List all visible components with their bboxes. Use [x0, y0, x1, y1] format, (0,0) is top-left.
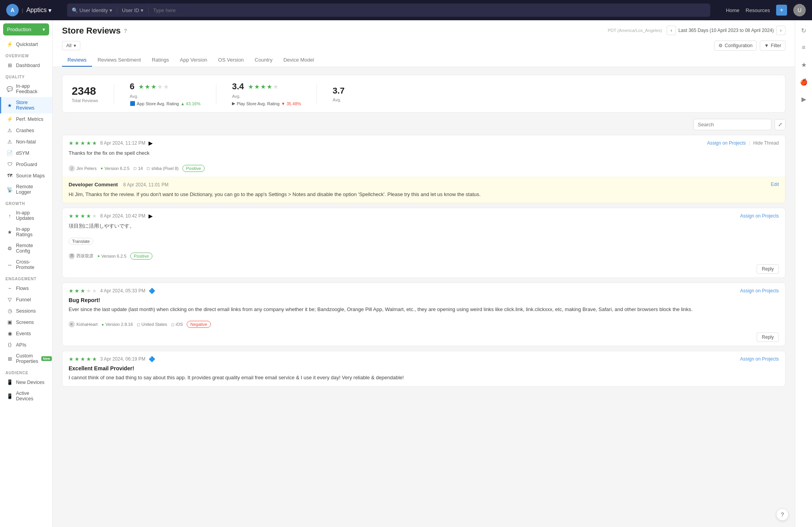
date-prev-button[interactable]: ‹ [667, 26, 676, 35]
review-text: Ever since the last update (last month) … [69, 306, 779, 313]
total-reviews-number: 2348 [72, 85, 98, 97]
appstore-icon: 🔷 [149, 288, 155, 294]
filter-button[interactable]: ▼ Filter [760, 41, 785, 51]
filter-dropdown[interactable]: All ▾ [62, 41, 80, 50]
search-icon: 🔍 [72, 7, 78, 13]
review-card: ★ ★ ★ ★ ★ 4 Apr 2024, 05:33 PM 🔷 Assign … [62, 283, 785, 347]
reply-button[interactable]: Reply [757, 332, 779, 342]
sidebar-item-custom-properties[interactable]: ⊞ Custom Properties New [0, 350, 52, 367]
reply-button[interactable]: Reply [757, 264, 779, 274]
topbar-right: Home Resources + U [726, 4, 806, 16]
env-selector[interactable]: Production ▾ [3, 23, 49, 35]
avatar[interactable]: U [793, 4, 806, 16]
tab-country[interactable]: Country [249, 54, 278, 67]
sidebar-item-remote-logger[interactable]: 📡 Remote Logger [0, 181, 52, 198]
tab-os-version[interactable]: OS Version [213, 54, 249, 67]
events-icon: ◉ [7, 331, 13, 336]
sidebar-item-proguard[interactable]: 🛡 ProGuard [0, 159, 52, 170]
assign-projects-link[interactable]: Assign on Projects [707, 140, 746, 146]
sidebar-item-inapp-feedback[interactable]: 💬 In-app Feedback [0, 81, 52, 97]
sidebar-item-apis[interactable]: ⟨⟩ APIs [0, 339, 52, 350]
review-header-left: ★ ★ ★ ★ ★ 8 Apr 2024, 10:42 PM ▶ [69, 213, 153, 219]
apis-icon: ⟨⟩ [7, 342, 13, 348]
logo: A [6, 4, 19, 16]
date-next-button[interactable]: › [776, 26, 785, 35]
tab-reviews-sentiment[interactable]: Reviews Sentiment [92, 54, 146, 67]
refresh-icon[interactable]: ↻ [798, 25, 809, 36]
add-button[interactable]: + [776, 5, 787, 16]
search-type-dropdown[interactable]: 🔍 User Identity ▾ [67, 7, 117, 13]
review-header-right: Assign on Projects [740, 356, 779, 362]
reviewer-name: 西 西坂龍彦 [69, 253, 94, 259]
star-icon[interactable]: ★ [798, 59, 809, 70]
sidebar-item-quickstart[interactable]: ⚡ Quickstart [0, 39, 52, 50]
dev-comment-text: Hi Jim, Thanks for the review. If you do… [69, 191, 779, 198]
tab-reviews[interactable]: Reviews [62, 54, 92, 67]
search-filter-dropdown[interactable]: User ID ▾ [117, 7, 149, 13]
app-name[interactable]: Apptics ▾ [26, 7, 51, 14]
review-stars: ★ ★ ★ ★ ★ [69, 356, 97, 362]
device-info: ◻ shiba (Pixel 8) [147, 166, 179, 171]
review-body: Thanks for the fix on the spell check [62, 149, 785, 162]
remote-config-icon: ⚙ [7, 246, 13, 251]
expand-button[interactable]: ⤢ [775, 119, 785, 130]
reviews-search-input[interactable] [693, 119, 771, 130]
translate-tag[interactable]: Translate [69, 238, 93, 245]
sidebar-item-remote-config[interactable]: ⚙ Remote Config [0, 240, 52, 256]
sidebar-item-source-maps[interactable]: 🗺 Source Maps [0, 170, 52, 181]
overall-avg-stat: 3.7 Avg. [333, 86, 345, 102]
help-button[interactable]: ? [776, 508, 789, 521]
nav-resources[interactable]: Resources [746, 7, 770, 13]
play-star-5: ★ [273, 83, 278, 90]
configuration-button[interactable]: ⚙ Configuration [714, 41, 757, 51]
assign-projects-link[interactable]: Assign on Projects [740, 213, 779, 219]
hide-thread-link[interactable]: Hide Thread [753, 140, 779, 146]
star-1: ★ [138, 83, 144, 90]
sidebar-item-dsym[interactable]: 📄 dSYM [0, 147, 52, 159]
reviewer-avatar: 西 [69, 253, 75, 259]
sidebar-item-inapp-updates[interactable]: ↑ In-app Updates [0, 207, 52, 224]
sidebar-item-crashes[interactable]: ⚠ Crashes [0, 125, 52, 136]
review-date: 4 Apr 2024, 05:33 PM [100, 288, 145, 294]
version-info: ● Version 6.2.5 [97, 254, 126, 258]
tab-app-version[interactable]: App Version [174, 54, 212, 67]
sidebar-item-inapp-ratings[interactable]: ★ In-app Ratings [0, 224, 52, 240]
apple-icon[interactable]: 🍎 [798, 76, 809, 87]
review-date: 8 Apr 2024, 10:42 PM [100, 213, 145, 219]
reviews-toolbar: ⤢ [62, 119, 785, 130]
review-meta: Translate [62, 235, 785, 249]
reviewer-name: K KishaHeart [69, 321, 97, 327]
tab-device-model[interactable]: Device Model [278, 54, 320, 67]
sidebar-item-events[interactable]: ◉ Events [0, 328, 52, 339]
review-header: ★ ★ ★ ★ ★ 8 Apr 2024, 10:42 PM ▶ Assign … [62, 208, 785, 222]
play-star-3: ★ [260, 83, 266, 90]
sentiment-tag: Negative [187, 321, 211, 328]
assign-projects-link[interactable]: Assign on Projects [740, 356, 779, 362]
sidebar-item-perf-metrics[interactable]: ⚡ Perf. Metrics [0, 113, 52, 125]
updates-icon: ↑ [7, 213, 13, 219]
sidebar-item-screens[interactable]: ▣ Screens [0, 317, 52, 328]
nav-home[interactable]: Home [726, 7, 739, 13]
review-stars: ★ ★ ★ ★ ★ [69, 213, 97, 219]
sidebar-item-flows[interactable]: ~ Flows [0, 283, 52, 294]
sidebar-item-cross-promote[interactable]: ↔ Cross-Promote [0, 256, 52, 273]
sidebar-item-non-fatal[interactable]: ⚠ Non-fatal [0, 136, 52, 147]
sidebar-item-active-devices[interactable]: 📱 Active Devices [0, 388, 52, 404]
feedback-icon: 💬 [7, 86, 13, 92]
sentiment-tag: Positive [182, 165, 205, 172]
dev-comment-edit[interactable]: Edit [771, 182, 779, 187]
list-icon[interactable]: ≡ [798, 42, 809, 53]
assign-projects-link[interactable]: Assign on Projects [740, 288, 779, 294]
tab-ratings[interactable]: Ratings [146, 54, 174, 67]
reviewer-avatar: K [69, 321, 75, 327]
search-input[interactable] [149, 7, 710, 13]
sidebar-item-funnel[interactable]: ▽ Funnel [0, 294, 52, 305]
help-icon[interactable]: ? [124, 28, 127, 34]
chevron-down-icon: ▾ [110, 7, 112, 13]
tabs: Reviews Reviews Sentiment Ratings App Ve… [62, 51, 785, 67]
sidebar-item-sessions[interactable]: ◷ Sessions [0, 305, 52, 317]
play-icon[interactable]: ▶ [798, 94, 809, 104]
sidebar-item-new-devices[interactable]: 📱 New Devices [0, 377, 52, 388]
sidebar-item-dashboard[interactable]: ⊞ Dashboard [0, 60, 52, 71]
sidebar-item-store-reviews[interactable]: ★ Store Reviews [0, 97, 52, 113]
